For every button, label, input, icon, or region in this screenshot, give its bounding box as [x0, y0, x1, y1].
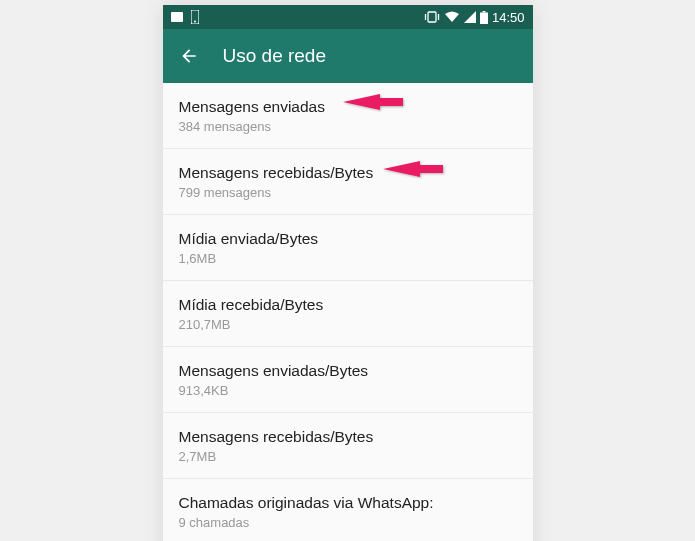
battery-icon: [480, 11, 488, 24]
list-item-midia-recebida[interactable]: Mídia recebida/Bytes 210,7MB: [163, 281, 533, 347]
clock: 14:50: [492, 10, 525, 25]
list-item-title: Mensagens recebidas/Bytes: [179, 164, 517, 182]
list-item-title: Chamadas originadas via WhatsApp:: [179, 494, 517, 512]
list-item-subtitle: 210,7MB: [179, 317, 517, 332]
list-item-title: Mensagens enviadas/Bytes: [179, 362, 517, 380]
list-item-title: Mídia recebida/Bytes: [179, 296, 517, 314]
arrow-back-icon: [179, 46, 199, 66]
list-item-chamadas-originadas[interactable]: Chamadas originadas via WhatsApp: 9 cham…: [163, 479, 533, 541]
list-item-mensagens-enviadas-bytes[interactable]: Mensagens enviadas/Bytes 913,4KB: [163, 347, 533, 413]
phone-frame: 14:50 Uso de rede Mensagens enviadas 384…: [163, 5, 533, 541]
svg-rect-0: [171, 12, 183, 22]
status-right: 14:50: [424, 10, 525, 25]
list-item-title: Mídia enviada/Bytes: [179, 230, 517, 248]
wifi-icon: [444, 11, 460, 23]
back-button[interactable]: [179, 46, 199, 66]
svg-point-2: [194, 21, 196, 23]
phone-icon: [191, 10, 199, 24]
svg-rect-7: [482, 11, 485, 13]
list-item-subtitle: 9 chamadas: [179, 515, 517, 530]
card-icon: [171, 11, 185, 23]
svg-rect-6: [480, 12, 488, 24]
list-item-mensagens-recebidas-bytes[interactable]: Mensagens recebidas/Bytes 2,7MB: [163, 413, 533, 479]
list-item-mensagens-enviadas[interactable]: Mensagens enviadas 384 mensagens: [163, 83, 533, 149]
page-title: Uso de rede: [223, 45, 327, 67]
list-item-subtitle: 1,6MB: [179, 251, 517, 266]
list-item-subtitle: 2,7MB: [179, 449, 517, 464]
list-item-subtitle: 799 mensagens: [179, 185, 517, 200]
svg-rect-3: [428, 12, 436, 22]
list-item-mensagens-recebidas[interactable]: Mensagens recebidas/Bytes 799 mensagens: [163, 149, 533, 215]
status-bar: 14:50: [163, 5, 533, 29]
list-item-title: Mensagens enviadas: [179, 98, 517, 116]
list-item-midia-enviada[interactable]: Mídia enviada/Bytes 1,6MB: [163, 215, 533, 281]
signal-icon: [464, 11, 476, 23]
list-item-subtitle: 913,4KB: [179, 383, 517, 398]
status-left: [171, 10, 199, 24]
list-item-subtitle: 384 mensagens: [179, 119, 517, 134]
app-bar: Uso de rede: [163, 29, 533, 83]
settings-list: Mensagens enviadas 384 mensagens Mensage…: [163, 83, 533, 541]
vibrate-icon: [424, 11, 440, 23]
list-item-title: Mensagens recebidas/Bytes: [179, 428, 517, 446]
